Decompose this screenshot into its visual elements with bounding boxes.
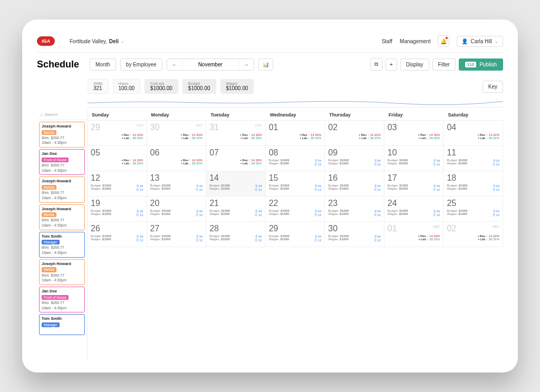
shift-time: 10am - 4:30pm [42, 223, 82, 228]
day-pct: • Rev ↑ 14.32% • Lab ↓ 38.32% [91, 133, 143, 140]
day-number: 20 [150, 199, 203, 208]
calendar-day[interactable]: 18 Budget: $1000Wages: $1000 ⚲ 34☰ 12 [443, 171, 503, 197]
shift-hours: 8hrs $266.77 [42, 273, 82, 278]
calendar-day[interactable]: 01 • Rev ↑ 14.32% • Lab ↓ 38.32% [266, 121, 325, 146]
nav-management[interactable]: Management [400, 38, 430, 44]
calendar-day[interactable]: 21 Budget: $1000Wages: $1000 ⚲ 34☰ 12 [206, 197, 266, 222]
shift-hours [42, 328, 82, 333]
day-metrics: Budget: $1000Wages: $1000 ⚲ 34☰ 12 [447, 159, 499, 166]
view-mode-button[interactable]: Month [90, 58, 116, 71]
day-pct: • Rev ↑ 14.32% • Lab ↓ 38.32% [209, 159, 262, 165]
prev-period-button[interactable]: ← [167, 59, 182, 70]
calendar-day[interactable]: 31OCT • Rev ↑ 14.32% • Lab ↓ 38.32% [206, 121, 266, 146]
group-by-button[interactable]: by Employee [120, 58, 162, 71]
stat-label: Cost est. [150, 82, 172, 85]
stat-value: $1000.00 [150, 85, 172, 91]
day-metrics: Budget: $1000Wages: $1000 ⚲ 34☰ 12 [150, 184, 203, 191]
shift-hours: 8hrs $266.77 [42, 245, 82, 250]
day-pct: • Rev ↑ 14.32% • Lab ↓ 38.32% [447, 133, 499, 140]
search-icon: ⌕ [41, 112, 43, 117]
shift-card[interactable]: Joseph Howard Barista 8hrs $266.77 10am … [39, 259, 85, 285]
calendar-day[interactable]: 30OCT • Rev ↑ 14.32% • Lab ↓ 38.32% [147, 121, 207, 146]
day-metrics: Budget: $1000Wages: $1000 ⚲ 34☰ 12 [91, 209, 143, 217]
day-number: 01 [388, 224, 440, 233]
calendar-day[interactable]: 12 Budget: $1000Wages: $1000 ⚲ 34☰ 12 [88, 171, 147, 197]
shift-card[interactable]: Jan Doe Front of House 8hrs $266.77 10am… [39, 287, 85, 312]
calendar-day[interactable]: 10 Budget: $1000Wages: $1000 ⚲ 34☰ 12 [384, 146, 444, 171]
calendar-day[interactable]: 02 • Rev ↑ 14.32% • Lab ↓ 38.32% [325, 121, 384, 146]
day-number: 01 [269, 123, 322, 132]
shift-name: Joseph Howard [42, 261, 82, 267]
shift-name: Jan Doe [42, 151, 82, 157]
calendar-day[interactable]: 22 Budget: $1000Wages: $1000 ⚲ 34☰ 12 [266, 197, 325, 222]
nav-staff[interactable]: Staff [382, 38, 392, 44]
key-button[interactable]: Key [483, 81, 503, 93]
day-metrics: Budget: $1000Wages: $1000 ⚲ 34☰ 12 [447, 209, 499, 217]
day-pct: • Rev ↑ 14.32% • Lab ↓ 38.32% [388, 133, 440, 140]
chart-button[interactable]: 📊 [258, 58, 273, 71]
day-number: 12 [91, 173, 143, 183]
calendar-day[interactable]: 13 Budget: $1000Wages: $1000 ⚲ 34☰ 12 [147, 171, 207, 197]
next-period-button[interactable]: → [239, 59, 254, 70]
calendar-day[interactable]: 02DEC • Rev ↑ 14.32% • Lab ↓ 38.32% [443, 222, 503, 247]
calendar-day[interactable]: 05 • Rev ↑ 14.32% • Lab ↓ 38.32% [88, 146, 147, 171]
calendar-day[interactable]: 26 Budget: $1000Wages: $1000 ⚲ 34☰ 12 [88, 222, 147, 247]
calendar-day[interactable]: 07 • Rev ↑ 14.32% • Lab ↓ 38.32% [206, 146, 266, 171]
calendar-day[interactable]: 29 Budget: $1000Wages: $1000 ⚲ 34☰ 12 [266, 222, 325, 247]
shift-card[interactable]: Tom Smith Manager [39, 314, 85, 335]
calendar-day[interactable]: 25 Budget: $1000Wages: $1000 ⚲ 34☰ 12 [443, 197, 503, 222]
calendar-day[interactable]: 15 Budget: $1000Wages: $1000 ⚲ 34☰ 12 [266, 171, 325, 197]
calendar-day[interactable]: 01DEC • Rev ↑ 14.32% • Lab ↓ 38.32% [384, 222, 444, 247]
search-input[interactable]: ⌕ Search [37, 110, 87, 120]
day-header: Saturday [443, 110, 503, 120]
calendar-day[interactable]: 29OCT • Rev ↑ 14.32% • Lab ↓ 38.32% [88, 121, 147, 146]
day-metrics: Budget: $1000Wages: $1000 ⚲ 34☰ 12 [91, 234, 143, 242]
calendar-day[interactable]: 27 Budget: $1000Wages: $1000 ⚲ 34☰ 12 [147, 222, 207, 247]
day-number: 19 [91, 199, 143, 208]
calendar-day[interactable]: 19 Budget: $1000Wages: $1000 ⚲ 34☰ 12 [88, 197, 147, 222]
day-number: 11 [447, 148, 499, 158]
shift-card[interactable]: Joseph Howard Barista 8hrs $266.77 10am … [39, 204, 85, 230]
calendar-day[interactable]: 28 Budget: $1000Wages: $1000 ⚲ 34☰ 12 [206, 222, 266, 247]
add-button[interactable]: + [385, 58, 397, 71]
calendar-day[interactable]: 06 • Rev ↑ 14.32% • Lab ↓ 38.32% [147, 146, 207, 171]
location-selector[interactable]: Fortitude Valley, Deli ⌄ [70, 38, 124, 44]
calendar-day[interactable]: 14 Budget: $1000Wages: $1000 ⚲ 34☰ 12 [206, 171, 266, 197]
search-placeholder: Search [44, 112, 57, 117]
calendar-day[interactable]: 24 Budget: $1000Wages: $1000 ⚲ 34☰ 12 [384, 197, 444, 222]
calendar-day[interactable]: 04 • Rev ↑ 14.32% • Lab ↓ 38.32% [443, 121, 503, 146]
day-metrics: Budget: $1000Wages: $1000 ⚲ 34☰ 12 [209, 184, 262, 191]
calendar-day[interactable]: 16 Budget: $1000Wages: $1000 ⚲ 34☰ 12 [325, 171, 384, 197]
shift-card[interactable]: Tom Smith Manager 8hrs $266.77 10am - 4:… [39, 232, 85, 258]
day-metrics: Budget: $1000Wages: $1000 ⚲ 34☰ 12 [150, 209, 203, 217]
day-number: 22 [269, 199, 322, 208]
shift-hours: 8hrs $266.77 [42, 163, 82, 168]
day-number: 03 [388, 123, 440, 132]
shift-card[interactable]: Joseph Howard Barista 8hrs $266.77 10am … [39, 177, 85, 202]
bell-icon: 🔔 [440, 38, 447, 44]
calendar-day[interactable]: 03 • Rev ↑ 14.32% • Lab ↓ 38.32% [384, 121, 444, 146]
display-button[interactable]: Display [400, 58, 429, 71]
stat-budget: Budget $1000.00 [182, 79, 216, 94]
brand-logo: IGA [37, 36, 55, 46]
day-metrics: Budget: $1000Wages: $1000 ⚲ 34☰ 12 [269, 159, 322, 166]
location-store: Fortitude Valley, [70, 38, 107, 44]
calendar-day[interactable]: 08 Budget: $1000Wages: $1000 ⚲ 34☰ 12 [266, 146, 325, 171]
day-number: 13 [150, 173, 203, 183]
shift-card[interactable]: Joseph Howard Barista 8hrs $266.77 10am … [39, 122, 85, 148]
filter-button[interactable]: Filter [432, 58, 456, 71]
calendar-day[interactable]: 30 Budget: $1000Wages: $1000 ⚲ 34☰ 12 [325, 222, 384, 247]
sparkline-chart [88, 98, 503, 107]
calendar-day[interactable]: 23 Budget: $1000Wages: $1000 ⚲ 34☰ 12 [325, 197, 384, 222]
calendar-day[interactable]: 20 Budget: $1000Wages: $1000 ⚲ 34☰ 12 [147, 197, 207, 222]
notifications-button[interactable]: 🔔 [438, 35, 449, 47]
copy-button[interactable]: ⧉ [370, 58, 382, 71]
day-number: 28 [209, 224, 262, 233]
calendar-day[interactable]: 11 Budget: $1000Wages: $1000 ⚲ 34☰ 12 [443, 146, 503, 171]
user-menu[interactable]: 👤 Carla Hill ⌄ [457, 36, 503, 47]
shift-card[interactable]: Jan Doe Front of House 8hrs $266.77 10am… [39, 149, 85, 175]
calendar-day[interactable]: 09 Budget: $1000Wages: $1000 ⚲ 34☰ 12 [325, 146, 384, 171]
day-number: 30 [328, 224, 381, 233]
publish-button[interactable]: 112 Publish [459, 58, 503, 71]
calendar-day[interactable]: 17 Budget: $1000Wages: $1000 ⚲ 34☰ 12 [384, 171, 444, 197]
